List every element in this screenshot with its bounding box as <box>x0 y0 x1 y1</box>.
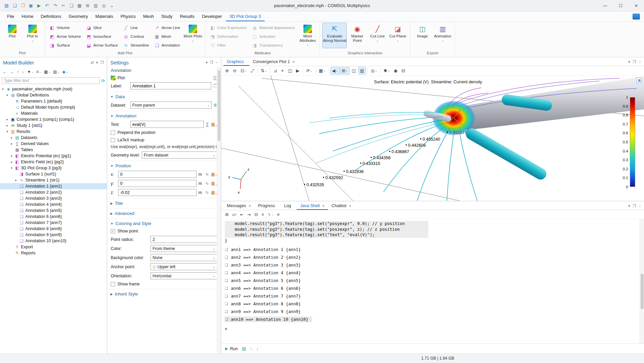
close-tab-icon[interactable]: ✕ <box>292 60 295 64</box>
update-plot-icon[interactable]: ⟳ ⌄ <box>304 67 314 75</box>
panel-menu-icon[interactable]: ▾ <box>628 60 630 64</box>
zoom-extents-icon[interactable]: ⤢ <box>249 67 256 75</box>
expand-arrow-icon[interactable]: ▸ <box>10 136 14 139</box>
tree-item[interactable]: ❑ Annotation 9 {ann9} <box>0 232 107 238</box>
add-node-icon[interactable]: ⊞ <box>84 2 91 9</box>
section-header-data[interactable]: ▼Data <box>107 92 221 101</box>
tree-item[interactable]: ❑ Annotation 10 {ann10} <box>0 238 107 244</box>
expand-arrow-icon[interactable]: ▾ <box>5 130 9 133</box>
probe-icon[interactable]: ◎ ⌄ <box>369 67 379 75</box>
model-tree-settings-icon[interactable]: ▦⌄ <box>43 69 51 75</box>
more-plots-button[interactable]: More Plots ⌄ <box>183 23 203 48</box>
show-filter-icon[interactable]: ▼⌄ <box>26 69 35 75</box>
panel-menu-icon[interactable]: ▾ <box>206 60 208 65</box>
expand-arrow-icon[interactable]: ▸ <box>14 178 18 182</box>
tree-item[interactable]: ▾ ◧ 3D Plot Group 3 {pg3} <box>0 165 107 171</box>
zoom-out-icon[interactable]: ⊖ <box>231 67 239 75</box>
tree-item[interactable]: ▸ ∑ Derived Values <box>0 141 107 147</box>
tree-item[interactable]: ▦ Tables <box>0 147 107 153</box>
float-panel-icon[interactable]: ❐ <box>633 60 636 64</box>
tree-item[interactable]: ▾ ◍ Global Definitions <box>0 92 107 98</box>
console-tab[interactable]: Progress <box>254 202 280 210</box>
forward-icon[interactable]: → <box>9 69 15 75</box>
menu-tab[interactable]: Physics <box>117 12 139 21</box>
copy-output-icon[interactable]: ▤ <box>242 346 246 351</box>
run-code-icon[interactable]: ↯⌄ <box>266 212 275 218</box>
customize-toolbar-icon[interactable]: ⌄ <box>108 2 116 9</box>
z-position-input[interactable] <box>118 189 196 196</box>
tree-item[interactable]: ◁ Default Model Inputs {cminpt} <box>0 104 107 110</box>
zoom-box-icon[interactable]: ⊡ ⌄ <box>239 67 249 75</box>
expand-arrow-icon[interactable]: ▸ <box>5 124 9 127</box>
menu-tab[interactable]: Study <box>158 12 176 21</box>
expand-arrow-icon[interactable]: ▸ <box>5 118 9 121</box>
cell-toggle-icon[interactable]: ▥ <box>358 67 366 75</box>
tree-item[interactable]: ▸ ≫ Study 1 {std1} <box>0 122 107 129</box>
open-icon[interactable]: ❐ <box>19 2 27 9</box>
redo-icon[interactable]: ↷ <box>51 2 59 9</box>
plot-button[interactable]: Plot <box>2 23 22 48</box>
expand-arrow-icon[interactable]: ▸ <box>10 154 14 158</box>
menu-tab[interactable]: Geometry <box>65 12 91 21</box>
center-view-icon[interactable]: ⌖ <box>279 67 286 75</box>
label-input[interactable] <box>130 82 211 89</box>
background-color-select[interactable]: None⌄ <box>151 254 217 261</box>
tree-item[interactable]: ▾ ▥ Results <box>0 129 107 135</box>
console-tab[interactable]: Messages ✕ <box>223 202 254 210</box>
section-header-position[interactable]: ▼Position <box>107 161 221 170</box>
latex-markup-checkbox[interactable]: LaTeX markup <box>107 136 221 144</box>
show-values-icon[interactable]: a= <box>231 212 238 217</box>
add-mesh-button[interactable]: ▦ Mesh <box>152 32 182 40</box>
refresh-icon[interactable]: ⟳ <box>101 78 105 83</box>
graphics-tab[interactable]: Graphics <box>223 58 249 66</box>
section-header-inherit-style[interactable]: ▶Inherit Style <box>107 289 221 298</box>
section-header-annotation[interactable]: ▼Annotation <box>107 111 221 120</box>
close-tab-icon[interactable]: ✕ <box>322 204 325 208</box>
x-position-input[interactable] <box>118 171 196 178</box>
evaluate-along-normal-button[interactable]: ⇱ Evaluate Along Normal <box>322 23 347 48</box>
stop-icon[interactable]: ■ <box>276 212 281 218</box>
section-header-coloring-and-style[interactable]: ▼Coloring and Style <box>107 219 221 227</box>
orientation-select[interactable]: Horizontal⌄ <box>151 272 217 279</box>
tree-item[interactable]: ❑ Annotation 6 {ann6} <box>0 214 107 220</box>
undo-icon[interactable]: ↶ <box>43 2 51 9</box>
app-menu-icon[interactable]: ▤ <box>3 2 10 9</box>
tree-item[interactable]: ❑ Annotation 4 {ann4} <box>0 201 107 207</box>
menu-tab[interactable]: Materials <box>91 12 117 21</box>
minimize-button[interactable]: — <box>597 0 613 11</box>
tree-item[interactable]: ❑ Annotation 7 {ann7} <box>0 220 107 226</box>
table-mode-icon[interactable]: ⊞ ⌄ <box>340 67 350 75</box>
menu-tab-3d-plot-group-3[interactable]: 3D Plot Group 3 <box>226 12 265 21</box>
go-to-node-icon[interactable]: ◆⌄ <box>61 69 69 75</box>
image-grid-icon[interactable]: ▦ ⌄ <box>317 67 327 75</box>
dataset-select[interactable]: From parent⌄ <box>130 102 212 109</box>
range-icon[interactable]: ∿ <box>205 172 209 177</box>
tree-item[interactable]: ❑ Annotation 2 {ann2} <box>0 189 107 195</box>
snapshot-icon[interactable]: ◉ <box>392 67 399 75</box>
float-panel-icon[interactable]: ❐ <box>633 204 636 208</box>
add-streamline-button[interactable]: ∿ Streamline <box>121 41 151 49</box>
tree-item[interactable]: ▸ ◧ Electric Field (ec) {pg2} <box>0 159 107 165</box>
tree-item[interactable]: ❑ Annotation 5 {ann5} <box>0 207 107 214</box>
marker-point-button[interactable]: ◉ Marker Point <box>347 23 367 48</box>
collapse-code-icon[interactable]: ⊟ <box>253 212 260 218</box>
graphics-canvas[interactable]: z y x Surface: Electric potential (V) St… <box>221 76 644 201</box>
window-split-icon[interactable]: ◫ <box>350 67 358 75</box>
increase-indent-icon[interactable]: ⇥ <box>246 212 252 218</box>
menu-tab[interactable]: File <box>3 12 18 21</box>
menu-tab[interactable]: Results <box>176 12 198 21</box>
expand-arrow-icon[interactable]: ▸ <box>10 160 14 164</box>
tree-item[interactable]: ❑ Annotation 8 {ann8} <box>0 226 107 232</box>
orthographic-view-icon[interactable]: ⊿ <box>272 67 279 75</box>
panel-menu-icon[interactable]: ▾ <box>96 60 98 65</box>
show-frame-checkbox[interactable]: Show frame <box>107 280 221 288</box>
close-tab-icon[interactable]: ✕ <box>248 204 251 208</box>
add-arrow-volume-button[interactable]: ◩ Arrow Volume <box>47 32 83 40</box>
select-mode-icon[interactable]: ◀ ⌄ <box>330 67 340 75</box>
shell-scrollbar[interactable] <box>640 219 644 343</box>
prepend-position-checkbox[interactable]: Prepend the position <box>107 129 221 136</box>
range-icon[interactable]: ∿ <box>205 181 209 186</box>
play-animation-icon[interactable]: ▶ <box>294 67 301 75</box>
menu-tab[interactable]: Mesh <box>139 12 158 21</box>
add-arrow-surface-button[interactable]: ⬓ Arrow Surface <box>84 41 120 49</box>
